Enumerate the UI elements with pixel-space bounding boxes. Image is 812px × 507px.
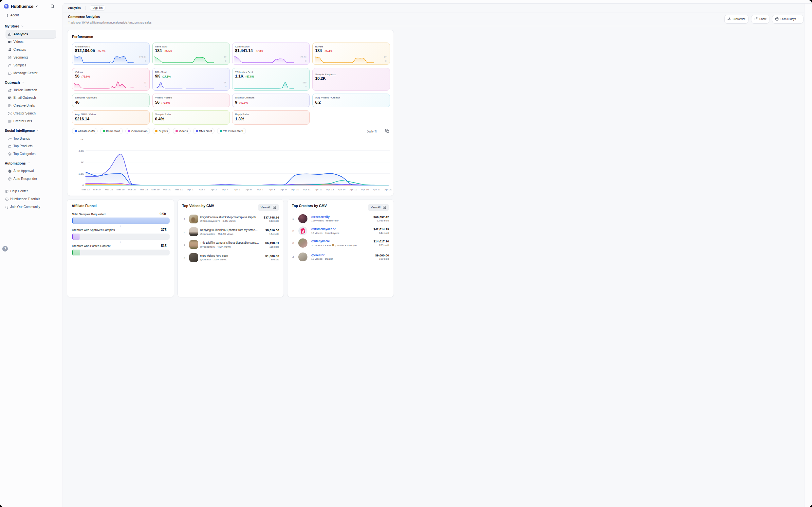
svg-text:Apr 11: Apr 11	[303, 188, 311, 191]
svg-text:Apr 16: Apr 16	[361, 188, 369, 191]
svg-text:Mar 25: Mar 25	[105, 188, 113, 191]
svg-text:Mar 27: Mar 27	[128, 188, 136, 191]
svg-text:Apr 17: Apr 17	[372, 188, 380, 191]
svg-text:Apr 20: Apr 20	[385, 188, 392, 191]
svg-text:Mar 30: Mar 30	[163, 188, 171, 191]
svg-text:0: 0	[83, 184, 84, 187]
svg-text:Apr 5: Apr 5	[234, 188, 240, 191]
svg-text:Mar 29: Mar 29	[151, 188, 159, 191]
svg-text:Mar 28: Mar 28	[140, 188, 148, 191]
svg-text:Apr 2: Apr 2	[199, 188, 205, 191]
svg-text:Mar 26: Mar 26	[116, 188, 125, 191]
svg-text:Mar 23: Mar 23	[82, 188, 90, 191]
svg-text:Apr 15: Apr 15	[349, 188, 357, 191]
svg-text:Apr 7: Apr 7	[257, 188, 264, 191]
svg-text:Apr 13: Apr 13	[326, 188, 334, 191]
svg-text:Apr 8: Apr 8	[269, 188, 275, 191]
svg-text:Apr 14: Apr 14	[338, 188, 346, 191]
svg-text:Mar 31: Mar 31	[174, 188, 183, 191]
svg-text:6K: 6K	[81, 138, 84, 141]
svg-text:Mar 24: Mar 24	[93, 188, 101, 191]
svg-text:Apr 9: Apr 9	[280, 188, 287, 191]
svg-text:3K: 3K	[81, 161, 84, 164]
svg-text:Apr 1: Apr 1	[187, 188, 194, 191]
svg-text:Apr 3: Apr 3	[210, 188, 217, 191]
svg-text:4.5K: 4.5K	[79, 150, 84, 153]
svg-text:Apr 12: Apr 12	[315, 188, 322, 191]
svg-text:Apr 6: Apr 6	[246, 188, 252, 191]
svg-text:1.5K: 1.5K	[79, 172, 84, 175]
svg-text:Apr 10: Apr 10	[291, 188, 299, 191]
svg-text:Apr 4: Apr 4	[222, 188, 229, 191]
